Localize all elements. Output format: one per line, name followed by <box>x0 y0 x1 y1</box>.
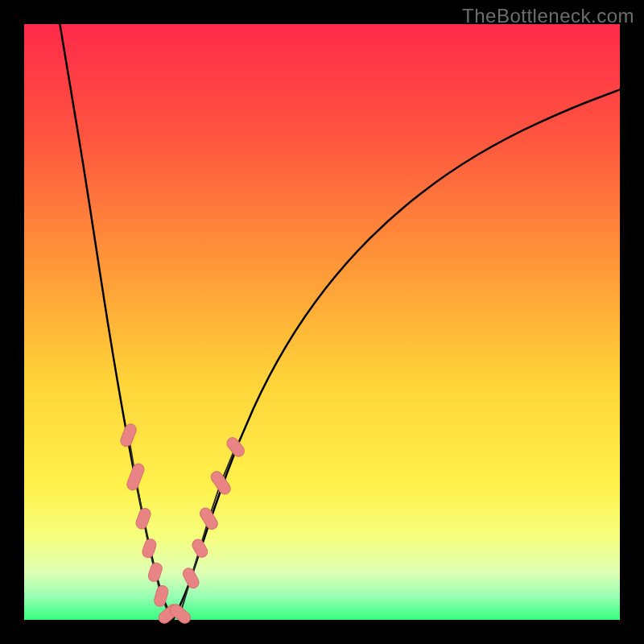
svg-rect-2 <box>134 507 152 530</box>
svg-rect-5 <box>153 584 169 608</box>
plot-area <box>24 24 620 620</box>
svg-rect-1 <box>126 462 146 492</box>
watermark-text: TheBottleneck.com <box>462 5 634 27</box>
gpu-bead <box>198 506 220 531</box>
gpu-bead <box>126 462 146 492</box>
bottleneck-curve-left <box>60 24 173 620</box>
gpu-bead <box>119 423 138 448</box>
gpu-bead <box>208 469 232 497</box>
svg-rect-10 <box>198 506 220 531</box>
gpu-bead <box>181 566 201 590</box>
gpu-bead <box>190 538 209 559</box>
gpu-bead <box>141 538 158 559</box>
gpu-bead <box>134 507 152 530</box>
svg-rect-11 <box>208 469 232 497</box>
svg-rect-0 <box>119 423 138 448</box>
bottleneck-curve-right <box>173 89 620 620</box>
svg-rect-9 <box>190 538 209 559</box>
svg-rect-8 <box>181 566 201 590</box>
svg-rect-12 <box>225 436 246 459</box>
svg-rect-4 <box>147 561 164 583</box>
svg-rect-3 <box>141 538 158 559</box>
gpu-bead <box>153 584 169 608</box>
chart-frame: TheBottleneck.com <box>0 0 644 644</box>
plot-svg <box>24 24 620 620</box>
gpu-bead <box>147 561 164 583</box>
gpu-bead <box>225 436 246 459</box>
